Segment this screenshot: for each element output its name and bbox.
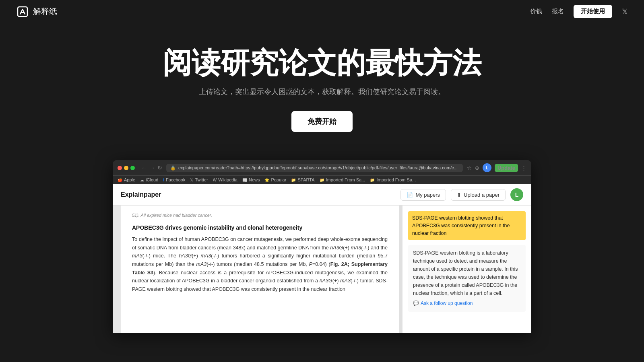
lock-icon: 🔒 bbox=[170, 165, 176, 171]
reader-left-sidebar bbox=[113, 206, 121, 333]
chat-highlighted-text: SDS-PAGE western blotting showed that AP… bbox=[408, 211, 526, 240]
bookmark-popular[interactable]: ⭐ Popular bbox=[264, 177, 286, 182]
paper-section-title: APOBEC3G drives genomic instability and … bbox=[132, 223, 388, 232]
browser-nav-buttons: ← → ↻ bbox=[141, 165, 162, 171]
back-icon[interactable]: ← bbox=[141, 165, 147, 171]
paper-body-text: To define the impact of human APOBEC3G o… bbox=[132, 235, 388, 293]
reader-logo: Explainpaper bbox=[121, 191, 161, 198]
ask-followup-button[interactable]: 💬 Ask a follow up question bbox=[413, 300, 521, 307]
hero-cta-button[interactable]: 免费开始 bbox=[291, 111, 353, 132]
update-badge[interactable]: Update bbox=[495, 164, 518, 172]
paper-scroll-indicator[interactable] bbox=[399, 206, 402, 333]
bookmark-sparta-label: SPARTA bbox=[297, 177, 314, 182]
bookmark-imported2[interactable]: 📁 Imported From Sa... bbox=[370, 177, 416, 182]
imported1-favicon: 📁 bbox=[320, 178, 324, 182]
sparta-favicon: 📁 bbox=[291, 178, 296, 182]
hero-section: 阅读研究论文的最快方法 上传论文，突出显示令人困惑的文本，获取解释。我们使研究论… bbox=[0, 23, 644, 148]
forward-icon[interactable]: → bbox=[149, 165, 155, 171]
logo-text: 解释纸 bbox=[33, 6, 57, 17]
minimize-dot[interactable] bbox=[124, 166, 128, 170]
imported2-favicon: 📁 bbox=[370, 178, 375, 182]
paper-excerpt-top: 51). All expired mice had bladder cancer… bbox=[132, 212, 388, 219]
bookmark-wikipedia[interactable]: W Wikipedia bbox=[213, 177, 237, 182]
extension-icon[interactable]: ⊕ bbox=[475, 165, 479, 171]
reader-user-avatar[interactable]: L bbox=[510, 188, 523, 201]
apple-favicon: 🍎 bbox=[118, 178, 122, 182]
chat-icon: 💬 bbox=[413, 300, 419, 307]
logo-icon bbox=[16, 5, 29, 18]
bookmarks-bar: 🍎 Apple ☁ iCloud f Facebook 𝕏 Twitter W … bbox=[113, 176, 531, 184]
upload-icon: ⬆ bbox=[457, 192, 461, 198]
bookmark-news-label: News bbox=[249, 177, 260, 182]
upload-label: Upload a paper bbox=[464, 192, 500, 198]
twitter-favicon: 𝕏 bbox=[190, 178, 193, 182]
chat-response-text: SDS-PAGE western blotting is a laborator… bbox=[408, 245, 526, 311]
bookmark-twitter-label: Twitter bbox=[195, 177, 208, 182]
bookmark-twitter[interactable]: 𝕏 Twitter bbox=[190, 177, 208, 182]
maximize-dot[interactable] bbox=[130, 166, 135, 170]
twitter-icon[interactable]: 𝕏 bbox=[622, 7, 628, 16]
chat-response-content: SDS-PAGE western blotting is a laborator… bbox=[413, 250, 518, 296]
popular-favicon: ⭐ bbox=[264, 178, 269, 182]
reader-body: 51). All expired mice had bladder cancer… bbox=[113, 206, 531, 333]
bookmark-facebook[interactable]: f Facebook bbox=[163, 177, 185, 182]
bookmark-apple-label: Apple bbox=[124, 177, 135, 182]
browser-actions: ☆ ⊕ L Update ⋮ bbox=[467, 163, 526, 172]
my-papers-label: My papers bbox=[415, 192, 440, 198]
upload-paper-button[interactable]: ⬆ Upload a paper bbox=[451, 189, 506, 201]
close-dot[interactable] bbox=[118, 166, 122, 170]
nav-signup[interactable]: 报名 bbox=[552, 8, 564, 15]
bookmark-imported1-label: Imported From Sa... bbox=[326, 177, 365, 182]
followup-label: Ask a follow up question bbox=[421, 300, 473, 307]
reader-header: Explainpaper 📄 My papers ⬆ Upload a pape… bbox=[113, 184, 531, 206]
wikipedia-favicon: W bbox=[213, 178, 217, 182]
reader-app: Explainpaper 📄 My papers ⬆ Upload a pape… bbox=[113, 184, 531, 333]
nav-right: 价钱 报名 开始使用 𝕏 bbox=[530, 5, 628, 18]
url-text: explainpaper.com/reader?path=https://pub… bbox=[178, 165, 459, 170]
menu-icon[interactable]: ⋮ bbox=[521, 165, 526, 171]
papers-icon: 📄 bbox=[407, 192, 413, 198]
browser-window: ← → ↻ 🔒 explainpaper.com/reader?path=htt… bbox=[113, 160, 531, 333]
bookmark-imported1[interactable]: 📁 Imported From Sa... bbox=[320, 177, 365, 182]
browser-user-avatar[interactable]: L bbox=[483, 163, 491, 172]
bookmark-facebook-label: Facebook bbox=[166, 177, 185, 182]
bookmark-sparta[interactable]: 📁 SPARTA bbox=[291, 177, 314, 182]
hero-title: 阅读研究论文的最快方法 bbox=[8, 47, 636, 79]
nav-pricing[interactable]: 价钱 bbox=[530, 8, 542, 15]
reload-icon[interactable]: ↻ bbox=[157, 165, 162, 171]
nav-start-button[interactable]: 开始使用 bbox=[574, 5, 612, 18]
bookmark-news[interactable]: 📰 News bbox=[242, 177, 260, 182]
browser-traffic-lights bbox=[118, 166, 135, 170]
bookmark-wikipedia-label: Wikipedia bbox=[218, 177, 237, 182]
navbar: 解释纸 价钱 报名 开始使用 𝕏 bbox=[0, 0, 644, 23]
svg-rect-0 bbox=[18, 7, 27, 16]
reader-header-actions: 📄 My papers ⬆ Upload a paper L bbox=[400, 188, 523, 201]
bookmark-icloud-label: iCloud bbox=[146, 177, 158, 182]
bookmark-icon[interactable]: ☆ bbox=[467, 165, 472, 171]
my-papers-button[interactable]: 📄 My papers bbox=[400, 189, 446, 201]
bookmark-imported2-label: Imported From Sa... bbox=[376, 177, 416, 182]
nav-left: 解释纸 bbox=[16, 5, 57, 18]
url-bar[interactable]: 🔒 explainpaper.com/reader?path=https://p… bbox=[166, 164, 463, 172]
reader-paper-content[interactable]: 51). All expired mice had bladder cancer… bbox=[121, 206, 399, 333]
facebook-favicon: f bbox=[163, 178, 164, 182]
browser-chrome-bar: ← → ↻ 🔒 explainpaper.com/reader?path=htt… bbox=[113, 160, 531, 176]
reader-chat-panel: SDS-PAGE western blotting showed that AP… bbox=[402, 206, 531, 333]
hero-subtitle: 上传论文，突出显示令人困惑的文本，获取解释。我们使研究论文易于阅读。 bbox=[8, 87, 636, 97]
bookmark-popular-label: Popular bbox=[271, 177, 286, 182]
bookmark-icloud[interactable]: ☁ iCloud bbox=[140, 177, 158, 182]
bookmark-apple[interactable]: 🍎 Apple bbox=[118, 177, 135, 182]
news-favicon: 📰 bbox=[242, 178, 247, 182]
icloud-favicon: ☁ bbox=[140, 178, 144, 182]
